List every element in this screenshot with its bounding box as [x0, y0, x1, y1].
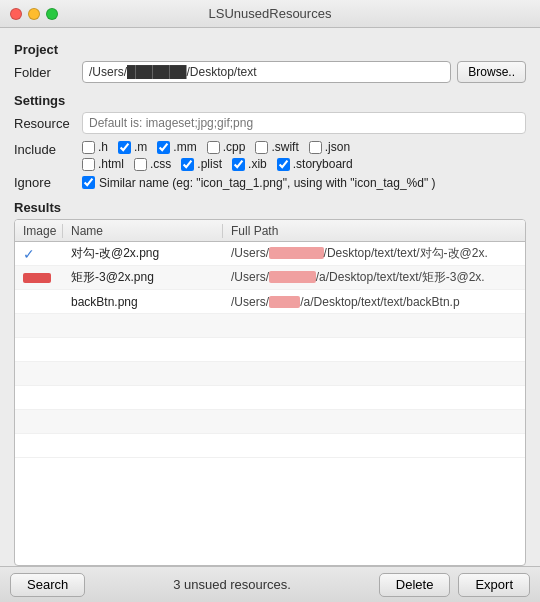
window-controls[interactable]: [10, 8, 58, 20]
checkbox-css[interactable]: .css: [134, 157, 171, 171]
check-icon: ✓: [23, 246, 35, 262]
col-header-image: Image: [15, 224, 63, 238]
export-button[interactable]: Export: [458, 573, 530, 597]
search-button[interactable]: Search: [10, 573, 85, 597]
main-content: Project Folder Browse.. Settings Resourc…: [0, 28, 540, 566]
ignore-text: Similar name (eg: "icon_tag_1.png", usin…: [99, 176, 436, 190]
include-label: Include: [14, 140, 82, 157]
ignore-label: Ignore: [14, 175, 82, 190]
checkbox-json-input[interactable]: [309, 141, 322, 154]
checkbox-cpp-input[interactable]: [207, 141, 220, 154]
blurred-path-2: ██████: [269, 271, 316, 283]
cell-path-1: /Users/███████/Desktop/text/text/对勾-改@2x…: [223, 245, 525, 262]
cell-image-2: [15, 273, 63, 283]
table-body: ✓ 对勾-改@2x.png /Users/███████/Desktop/tex…: [15, 242, 525, 565]
include-section: Include .h .m .mm .cpp .swift .json .htm…: [14, 140, 526, 171]
results-section-label: Results: [14, 200, 526, 215]
ignore-content: Similar name (eg: "icon_tag_1.png", usin…: [82, 176, 436, 190]
status-text: 3 unsued resources.: [93, 577, 371, 592]
resource-row: Resource: [14, 112, 526, 134]
window-title: LSUnusedResources: [209, 6, 332, 21]
checkbox-h-input[interactable]: [82, 141, 95, 154]
checkbox-html-input[interactable]: [82, 158, 95, 171]
project-section-label: Project: [14, 42, 526, 57]
results-table: Image Name Full Path ✓ 对勾-改@2x.png /User…: [14, 219, 526, 566]
table-row[interactable]: backBtn.png /Users/████/a/Desktop/text/t…: [15, 290, 525, 314]
table-row[interactable]: ✓ 对勾-改@2x.png /Users/███████/Desktop/tex…: [15, 242, 525, 266]
maximize-button[interactable]: [46, 8, 58, 20]
blurred-path-1: ███████: [269, 247, 324, 259]
checkbox-cpp[interactable]: .cpp: [207, 140, 246, 154]
cell-image-1: ✓: [15, 246, 63, 262]
checkbox-css-input[interactable]: [134, 158, 147, 171]
col-header-path: Full Path: [223, 224, 525, 238]
checkbox-json[interactable]: .json: [309, 140, 350, 154]
table-row-empty: [15, 362, 525, 386]
delete-button[interactable]: Delete: [379, 573, 451, 597]
include-checkboxes: .h .m .mm .cpp .swift .json .html .css .…: [82, 140, 353, 171]
table-header: Image Name Full Path: [15, 220, 525, 242]
browse-button[interactable]: Browse..: [457, 61, 526, 83]
results-section: Image Name Full Path ✓ 对勾-改@2x.png /User…: [14, 219, 526, 566]
minimize-button[interactable]: [28, 8, 40, 20]
blurred-path-3: ████: [269, 296, 300, 308]
cell-path-2: /Users/██████/a/Desktop/text/text/矩形-3@2…: [223, 269, 525, 286]
settings-section-label: Settings: [14, 93, 526, 108]
checkbox-mm-input[interactable]: [157, 141, 170, 154]
cell-name-3: backBtn.png: [63, 295, 223, 309]
checkbox-xib-input[interactable]: [232, 158, 245, 171]
footer-bar: Search 3 unsued resources. Delete Export: [0, 566, 540, 602]
table-row[interactable]: 矩形-3@2x.png /Users/██████/a/Desktop/text…: [15, 266, 525, 290]
table-row-empty: [15, 386, 525, 410]
checkbox-storyboard[interactable]: .storyboard: [277, 157, 353, 171]
checkbox-html[interactable]: .html: [82, 157, 124, 171]
close-button[interactable]: [10, 8, 22, 20]
checkbox-xib[interactable]: .xib: [232, 157, 267, 171]
folder-row: Folder Browse..: [14, 61, 526, 83]
table-row-empty: [15, 410, 525, 434]
folder-label: Folder: [14, 65, 82, 80]
title-bar: LSUnusedResources: [0, 0, 540, 28]
checkbox-storyboard-input[interactable]: [277, 158, 290, 171]
cell-name-1: 对勾-改@2x.png: [63, 245, 223, 262]
checkbox-plist-input[interactable]: [181, 158, 194, 171]
col-header-name: Name: [63, 224, 223, 238]
resource-input[interactable]: [82, 112, 526, 134]
checkbox-swift[interactable]: .swift: [255, 140, 298, 154]
cell-name-2: 矩形-3@2x.png: [63, 269, 223, 286]
ignore-checkbox[interactable]: [82, 176, 95, 189]
checkbox-mm[interactable]: .mm: [157, 140, 196, 154]
folder-input[interactable]: [82, 61, 451, 83]
table-row-empty: [15, 314, 525, 338]
checkbox-swift-input[interactable]: [255, 141, 268, 154]
checkbox-m[interactable]: .m: [118, 140, 147, 154]
resource-label: Resource: [14, 116, 82, 131]
ignore-row: Ignore Similar name (eg: "icon_tag_1.png…: [14, 175, 526, 190]
checkbox-row-1: .h .m .mm .cpp .swift .json: [82, 140, 353, 154]
cell-path-3: /Users/████/a/Desktop/text/text/backBtn.…: [223, 295, 525, 309]
table-row-empty: [15, 434, 525, 458]
red-bar-icon: [23, 273, 51, 283]
checkbox-h[interactable]: .h: [82, 140, 108, 154]
checkbox-m-input[interactable]: [118, 141, 131, 154]
checkbox-plist[interactable]: .plist: [181, 157, 222, 171]
checkbox-row-2: .html .css .plist .xib .storyboard: [82, 157, 353, 171]
table-row-empty: [15, 338, 525, 362]
